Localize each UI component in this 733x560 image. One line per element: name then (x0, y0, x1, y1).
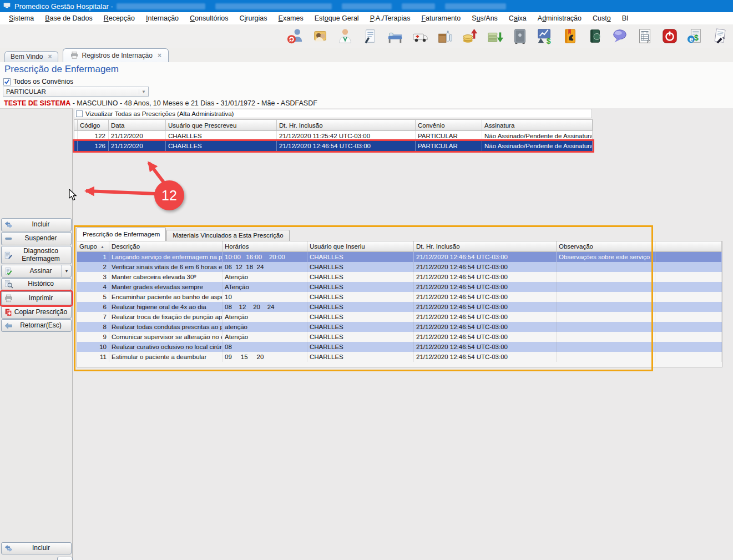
invoice-icon[interactable] (636, 27, 654, 45)
cell-grupo: 7 (77, 312, 109, 322)
detail-row[interactable]: 1Lançando serviço de enfermagem na pre10… (77, 252, 722, 262)
visualize-all-panel[interactable]: Vizualizar Todas as Prescrições (Alta Ad… (74, 109, 592, 118)
assinar-button[interactable]: Assinar▼ (1, 265, 72, 278)
cell-horarios: 10 (223, 292, 307, 302)
sync-users-icon[interactable] (286, 27, 304, 45)
menu-consultorios[interactable]: Consultórios (184, 13, 234, 23)
cell-grupo: 8 (77, 322, 109, 332)
detail-row[interactable]: 4Manter grades elevadas sempreATençãoCHA… (77, 282, 722, 292)
menu-caixa[interactable]: Caixa (503, 13, 532, 23)
copiar-prescricao-button[interactable]: Copiar Prescrição (1, 306, 72, 319)
stock-icon[interactable] (436, 27, 454, 45)
chat-icon[interactable] (611, 27, 629, 45)
column-header-data[interactable]: Data (109, 120, 166, 131)
detail-row[interactable]: 6Realizar higiene oral de 4x ao dia08 12… (77, 302, 722, 312)
detail-tab-materiais-vinculados-a-esta-prescricao[interactable]: Materiais Vinculados a Esta Prescrição (166, 230, 289, 241)
diagnostico-enfermagem-button[interactable]: Diagnostico Enfermagem (1, 246, 72, 264)
detail-row[interactable]: 11Estimular o paciente a deambular09 15 … (77, 352, 722, 362)
cell-dt-hr: 21/12/2020 12:46:54 UTC-03:00 (414, 312, 557, 322)
tab-bem-vindo[interactable]: Bem Vindo× (4, 51, 58, 62)
column-header-usuario-que-prescreveu[interactable]: Usuário que Prescreveu (166, 120, 277, 131)
cell-descricao: Realizar troca de fixação de punção após (109, 312, 223, 322)
finance-up-icon[interactable] (461, 27, 479, 45)
checkbox-checked-icon[interactable] (3, 78, 11, 85)
history-icon (4, 280, 13, 289)
suspender-button[interactable]: Suspender (1, 232, 72, 245)
ambulance-icon[interactable] (411, 27, 429, 45)
cell-grupo: 5 (77, 292, 109, 302)
table-row[interactable]: 12221/12/2020CHARLLES21/12/2020 11:25:42… (74, 131, 593, 141)
close-icon[interactable]: × (48, 53, 52, 60)
doctor-icon[interactable] (336, 27, 354, 45)
nursing-diagnosis-icon (4, 250, 13, 260)
detail-row[interactable]: 5Encaminhar paciente ao banho de aspers1… (77, 292, 722, 302)
phonebook-icon[interactable] (561, 27, 579, 45)
menu-administracao[interactable]: Administração (532, 13, 587, 23)
incluir-button[interactable]: Incluir (1, 542, 72, 554)
menu-internacao[interactable]: Internação (140, 13, 184, 23)
safe-icon[interactable] (511, 27, 529, 45)
detail-row[interactable]: 2Verificar sinais vitais de 6 em 6 horas… (77, 262, 722, 272)
column-header-assinatura[interactable]: Assinatura (482, 120, 593, 131)
redacted-title-text (215, 3, 332, 9)
detail-row[interactable]: 10Realizar curativo oclusivo no local ci… (77, 342, 722, 352)
checkbox-unchecked-icon[interactable] (76, 110, 83, 117)
prescription-icon[interactable] (361, 27, 379, 45)
column-header-dt-hr-inclusao[interactable]: Dt. Hr. Inclusão (414, 241, 557, 252)
cell-observacao (557, 352, 655, 362)
column-header-grupo[interactable]: Grupo▲ (77, 241, 109, 252)
hospital-bed-icon[interactable] (386, 27, 404, 45)
move-service-up-button[interactable]: ▲ (57, 557, 73, 560)
cell-observacao (557, 282, 655, 292)
table-row[interactable]: 12621/12/2020CHARLLES21/12/2020 12:46:54… (74, 141, 593, 151)
menu-sus-ans[interactable]: Sus/Ans (466, 13, 503, 23)
detail-row[interactable]: 9Comunicar supervisor se alteração no es… (77, 332, 722, 342)
visualize-all-label: Vizualizar Todas as Prescrições (Alta Ad… (85, 110, 234, 117)
incluir-button[interactable]: Incluir (1, 218, 72, 231)
menu-p-a-terapias[interactable]: P.A./Terapias (365, 13, 416, 23)
close-icon[interactable]: × (158, 52, 161, 59)
chevron-down-icon[interactable]: ▼ (139, 89, 148, 94)
tab-registros-de-internacao[interactable]: Registros de Internação× (63, 48, 169, 62)
sort-asc-icon: ▲ (100, 245, 104, 249)
menu-faturamento[interactable]: Faturamento (416, 13, 466, 23)
cell-horarios: ATenção (223, 282, 307, 292)
chevron-down-icon[interactable]: ▼ (62, 265, 71, 277)
detail-tab-prescricao-de-enfermagem[interactable]: Prescrição de Enfermagem (77, 228, 166, 241)
column-header-observacao[interactable]: Observação (557, 241, 655, 252)
billing-chart-icon[interactable]: $ (536, 27, 554, 45)
menu-cirurgias[interactable]: Cirurgias (234, 13, 273, 23)
detail-row[interactable]: 8Realizar todas condutas prescritas ao p… (77, 322, 722, 332)
imprimir-button[interactable]: Imprimir (1, 291, 72, 305)
menu-estoque-geral[interactable]: Estoque Geral (309, 13, 365, 23)
column-header-horarios[interactable]: Horários (223, 241, 307, 252)
reception-icon[interactable] (311, 27, 329, 45)
redacted-title-text (117, 3, 205, 9)
power-icon[interactable] (661, 27, 679, 45)
column-header-dt-hr-inclusao[interactable]: Dt. Hr. Inclusão (277, 120, 416, 131)
menu-base-de-dados[interactable]: Base de Dados (39, 13, 98, 23)
cell-usuario: CHARLLES (307, 302, 414, 312)
menu-bi[interactable]: BI (616, 13, 634, 23)
menu-custo[interactable]: Custo (587, 13, 616, 23)
retornar-esc-button[interactable]: Retornar(Esc) (1, 319, 72, 332)
menu-sistema[interactable]: Sistema (3, 13, 39, 23)
historico-button[interactable]: Histórico (1, 278, 72, 290)
detail-row[interactable]: 3Manter cabeceira elevada 30ºAtençãoCHAR… (77, 272, 722, 282)
contract-icon[interactable] (711, 27, 729, 45)
window-title: Promedico Gestão Hospitalar - (14, 2, 113, 11)
todos-convenios-checkbox[interactable]: Todos os Convênios (3, 78, 73, 85)
finance-down-icon[interactable] (486, 27, 504, 45)
ledger-book-icon[interactable] (586, 27, 604, 45)
column-header-usuario-que-inseriu[interactable]: Usuário que Inseriu (307, 241, 414, 252)
menu-recepcao[interactable]: Recepção (98, 13, 140, 23)
detail-row[interactable]: 7Realizar troca de fixação de punção apó… (77, 312, 722, 322)
column-header-descricao[interactable]: Descrição (109, 241, 223, 252)
e-billing-icon[interactable]: $e (686, 27, 704, 45)
convenio-select[interactable]: PARTICULAR ▼ (3, 87, 149, 97)
redacted-title-text (402, 3, 435, 9)
menu-exames[interactable]: Exames (273, 13, 309, 23)
page-header: Prescrição de Enfermagem Todos os Convên… (0, 62, 733, 108)
column-header-codigo[interactable]: Código (78, 120, 109, 131)
column-header-convenio[interactable]: Convênio (416, 120, 482, 131)
